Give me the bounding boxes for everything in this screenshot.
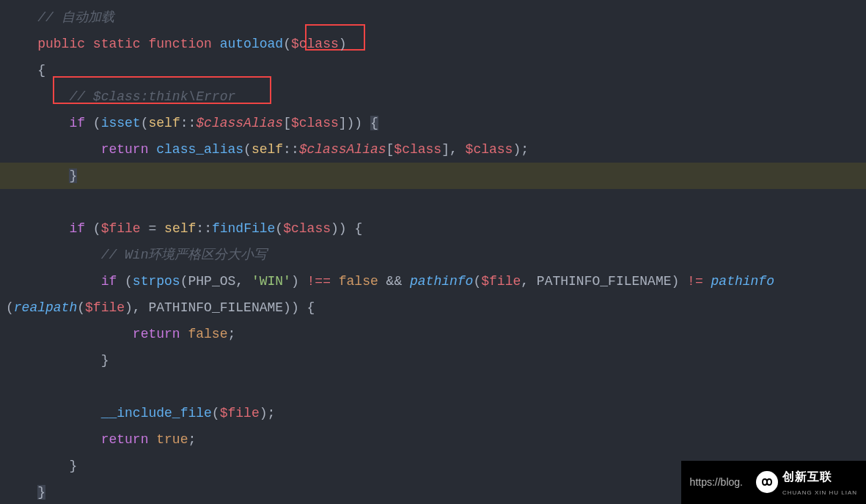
keyword-if: if bbox=[69, 221, 85, 236]
comment-text: // 自动加载 bbox=[37, 10, 114, 25]
constant-pathinfo: PATHINFO_FILENAME bbox=[148, 300, 283, 315]
keyword-if: if bbox=[69, 116, 85, 130]
bracket-highlight: } bbox=[69, 168, 77, 183]
function-realpath: realpath bbox=[14, 300, 77, 315]
keyword-if: if bbox=[101, 274, 117, 289]
code-line[interactable]: return false; bbox=[0, 321, 866, 347]
keyword-return: return bbox=[101, 432, 149, 447]
keyword-public: public bbox=[37, 37, 85, 51]
watermark-icon bbox=[756, 471, 778, 493]
function-isset: isset bbox=[101, 116, 141, 130]
string-win: 'WIN' bbox=[252, 274, 291, 289]
keyword-true: true bbox=[156, 432, 188, 447]
function-pathinfo: pathinfo bbox=[711, 274, 774, 289]
comment-text: // Win环境严格区分大小写 bbox=[101, 248, 268, 262]
code-line-empty[interactable] bbox=[0, 189, 866, 215]
keyword-self: self bbox=[252, 142, 283, 157]
code-line[interactable]: // $class:think\Error bbox=[0, 84, 866, 110]
keyword-self: self bbox=[164, 221, 196, 236]
variable-file: $file bbox=[101, 221, 141, 236]
paren: ( bbox=[283, 37, 291, 51]
watermark-logo: 创新互联 CHUANG XIN HU LIAN bbox=[756, 467, 857, 498]
function-strpos: strpos bbox=[133, 274, 180, 289]
infinity-icon bbox=[758, 473, 776, 491]
code-line[interactable]: // 自动加载 bbox=[0, 4, 866, 31]
function-include-file: __include_file bbox=[101, 406, 212, 420]
code-line[interactable]: return class_alias(self::$classAlias[$cl… bbox=[0, 136, 866, 163]
keyword-return: return bbox=[101, 142, 149, 157]
code-line[interactable]: return true; bbox=[0, 426, 866, 453]
variable-classalias: $classAlias bbox=[299, 142, 386, 157]
paren: ) bbox=[339, 37, 347, 51]
brace: } bbox=[101, 353, 109, 368]
function-pathinfo: pathinfo bbox=[410, 274, 473, 289]
constant-phpos: PHP_OS bbox=[188, 274, 235, 289]
operator-noteq: !== bbox=[307, 274, 331, 289]
code-line-empty[interactable] bbox=[0, 374, 866, 400]
brace: } bbox=[69, 459, 77, 473]
watermark-url: https://blog. bbox=[690, 473, 743, 492]
constant-pathinfo: PATHINFO_FILENAME bbox=[537, 274, 672, 289]
watermark-brand-sub: CHUANG XIN HU LIAN bbox=[782, 488, 857, 498]
keyword-return: return bbox=[133, 327, 180, 341]
code-line[interactable]: if (isset(self::$classAlias[$class])) { bbox=[0, 110, 866, 136]
watermark-text-container: 创新互联 CHUANG XIN HU LIAN bbox=[782, 467, 857, 498]
keyword-self: self bbox=[148, 116, 180, 130]
code-line-active[interactable]: } bbox=[0, 163, 866, 189]
function-name: autoload bbox=[220, 37, 283, 51]
variable-class: $class bbox=[466, 142, 513, 157]
variable-class: $class bbox=[394, 142, 441, 157]
function-class-alias: class_alias bbox=[156, 142, 243, 157]
code-line[interactable]: { bbox=[0, 57, 866, 84]
comment-text: // $class:think\Error bbox=[69, 89, 235, 104]
function-findfile: findFile bbox=[212, 221, 275, 236]
code-line[interactable]: (realpath($file), PATHINFO_FILENAME)) { bbox=[0, 294, 866, 321]
variable-classalias: $classAlias bbox=[196, 116, 283, 130]
code-editor[interactable]: // 自动加载 public static function autoload(… bbox=[0, 0, 866, 504]
code-line[interactable]: if ($file = self::findFile($class)) { bbox=[0, 215, 866, 242]
code-line[interactable]: } bbox=[0, 347, 866, 374]
operator-and: && bbox=[386, 274, 403, 289]
variable-file: $file bbox=[220, 406, 260, 420]
keyword-function: function bbox=[148, 37, 211, 51]
watermark: https://blog. 创新互联 CHUANG XIN HU LIAN bbox=[681, 461, 866, 504]
brace: { bbox=[37, 63, 45, 78]
keyword-static: static bbox=[93, 37, 141, 51]
operator-noteq2: != bbox=[687, 274, 703, 289]
variable-class: $class bbox=[283, 221, 331, 236]
code-line[interactable]: if (strpos(PHP_OS, 'WIN') !== false && p… bbox=[0, 268, 866, 294]
keyword-false: false bbox=[339, 274, 378, 289]
keyword-false: false bbox=[188, 327, 227, 341]
code-line[interactable]: public static function autoload($class) bbox=[0, 31, 866, 57]
code-line[interactable]: // Win环境严格区分大小写 bbox=[0, 242, 866, 268]
brace: } bbox=[37, 485, 45, 500]
code-line[interactable]: __include_file($file); bbox=[0, 400, 866, 426]
variable-file: $file bbox=[481, 274, 521, 289]
variable-file: $file bbox=[85, 300, 125, 315]
bracket-highlight: { bbox=[370, 116, 378, 130]
variable-class: $class bbox=[291, 37, 339, 51]
variable-class: $class bbox=[291, 116, 339, 130]
watermark-brand: 创新互联 bbox=[782, 467, 857, 488]
